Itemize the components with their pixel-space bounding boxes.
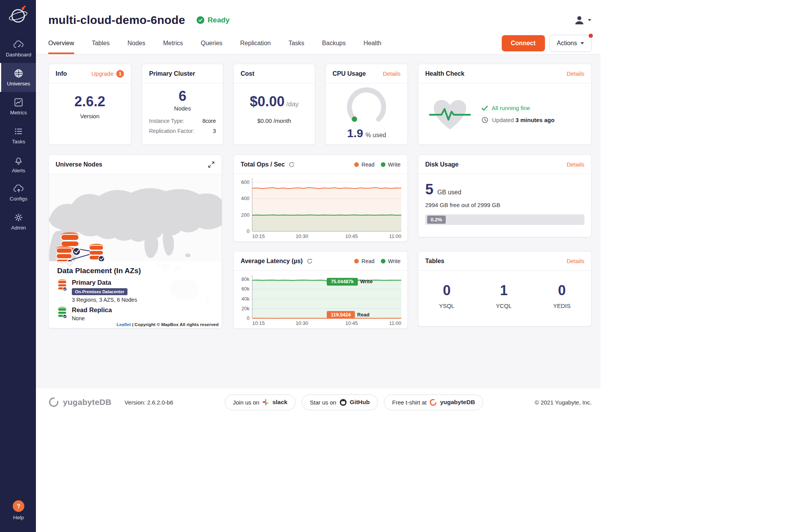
github-icon (339, 399, 347, 406)
total-ops-card: Total Ops / Sec Read Write 020040060010:… (233, 155, 408, 242)
sidebar-item-configs[interactable]: Configs (0, 179, 36, 207)
placement-title: Data Placement (In AZs) (57, 267, 213, 275)
universe-title-bar: multi-cloud-demo-6node Ready (36, 0, 601, 32)
sidebar-item-help[interactable]: Help (0, 495, 36, 526)
total-ops-chart[interactable]: 020040060010:1510:3010:4511:00 (236, 175, 405, 241)
health-check-card: Health Check Details All running fine Up… (418, 64, 592, 145)
health-status-row: All running fine (482, 105, 555, 111)
write-legend-dot (381, 259, 385, 263)
primary-data-label: Primary Data (72, 279, 137, 286)
cpu-details-link[interactable]: Details (383, 70, 401, 77)
slack-icon (262, 399, 269, 406)
status-check-icon (197, 16, 204, 24)
card-title: Universe Nodes (56, 161, 102, 168)
connect-button[interactable]: Connect (502, 35, 545, 51)
check-icon (482, 105, 488, 111)
tab-queries[interactable]: Queries (201, 32, 222, 54)
instance-type-row: Instance Type: 8core (149, 118, 216, 124)
svg-text:11:00: 11:00 (389, 320, 401, 326)
sidebar-item-admin[interactable]: Admin (0, 207, 36, 236)
tab-nodes[interactable]: Nodes (127, 32, 145, 54)
overview-content: Info Upgrade 1 2.6.2 Version Primary Clu… (36, 54, 601, 388)
primary-data-row: Primary Data On-Premises Datacenter 3 Re… (57, 279, 213, 303)
svg-text:119.5424: 119.5424 (331, 312, 351, 318)
tab-metrics[interactable]: Metrics (163, 32, 183, 54)
refresh-icon[interactable] (307, 258, 313, 264)
footer-brand-name: yugabyteDB (63, 398, 112, 407)
yugabyte-planet-logo[interactable] (7, 4, 29, 26)
sidebar-item-dashboard[interactable]: Dashboard (0, 35, 36, 63)
provider-badge: On-Premises Datacenter (72, 288, 127, 295)
metrics-chart-icon (14, 98, 23, 107)
chart-legend: Read Write (354, 161, 401, 168)
sidebar-item-label: Dashboard (6, 52, 31, 58)
leaflet-link[interactable]: Leaflet (117, 322, 131, 327)
refresh-icon[interactable] (289, 161, 295, 168)
sidebar-item-label: Metrics (10, 110, 27, 116)
ysql-count: 0 YSQL (439, 282, 455, 309)
copyright-text: © 2021 Yugabyte, Inc. (535, 399, 592, 406)
svg-text:10:15: 10:15 (252, 320, 265, 326)
footer: yugabyteDB Version: 2.6.2.0-b6 Join us o… (36, 388, 601, 416)
status-text: Ready (207, 16, 229, 24)
card-title: Health Check (425, 70, 464, 77)
yugabyte-footer-logo-icon (48, 397, 59, 408)
svg-text:10:45: 10:45 (345, 320, 358, 326)
world-map[interactable]: Data Placement (In AZs) (49, 174, 222, 328)
tasks-list-icon (14, 127, 23, 136)
cpu-usage-card: CPU Usage Details 1.9% used (325, 64, 408, 145)
slack-button[interactable]: Join us on slack (225, 394, 295, 410)
sidebar-item-universes[interactable]: Universes (0, 63, 36, 92)
svg-text:60k: 60k (241, 286, 250, 292)
tab-health[interactable]: Health (363, 32, 381, 54)
svg-text:10:30: 10:30 (295, 320, 308, 326)
sidebar-item-label: Admin (11, 225, 26, 231)
tab-overview[interactable]: Overview (48, 32, 74, 54)
legend-read[interactable]: Read (354, 258, 374, 264)
tab-backups[interactable]: Backups (322, 32, 346, 54)
sidebar-item-metrics[interactable]: Metrics (0, 92, 36, 121)
legend-write[interactable]: Write (381, 161, 401, 168)
github-button[interactable]: Star us on GitHub (302, 394, 378, 410)
user-menu[interactable] (574, 14, 592, 26)
svg-text:10:45: 10:45 (345, 233, 358, 239)
chevron-down-icon (580, 42, 584, 45)
health-details-link[interactable]: Details (567, 70, 584, 77)
sidebar-item-alerts[interactable]: Alerts (0, 150, 36, 179)
average-latency-card: Average Latency (µs) Read Write 020k40k6… (233, 251, 408, 329)
yedis-count: 0 YEDIS (553, 282, 570, 309)
tab-tables[interactable]: Tables (92, 32, 110, 54)
page-title: multi-cloud-demo-6node (48, 14, 185, 27)
sidebar-item-label: Alerts (12, 168, 25, 173)
svg-text:400: 400 (241, 195, 250, 201)
card-title: Average Latency (µs) (241, 258, 303, 265)
upgrade-link[interactable]: Upgrade 1 (91, 70, 124, 78)
svg-text:10:30: 10:30 (295, 233, 308, 239)
node-count: 6 (142, 88, 223, 104)
read-legend-dot (354, 162, 359, 167)
average-latency-chart[interactable]: 020k40k60k80k10:1510:3010:4511:0075.0448… (236, 272, 405, 328)
svg-text:40k: 40k (241, 296, 250, 302)
clock-icon (482, 117, 488, 123)
universe-globe-icon (14, 69, 23, 78)
sidebar-item-tasks[interactable]: Tasks (0, 121, 36, 150)
actions-label: Actions (557, 40, 577, 47)
read-replica-row: Read Replica None (57, 306, 213, 321)
tab-replication[interactable]: Replication (240, 32, 271, 54)
actions-dropdown-button[interactable]: Actions (550, 35, 592, 52)
sidebar-item-label: Configs (10, 196, 27, 202)
tshirt-button[interactable]: Free t-shirt at yugabyteDB (384, 394, 483, 410)
read-replica-value: None (72, 315, 112, 321)
tables-card: Tables Details 0 YSQL 1 YCQL 0 YEDIS (418, 251, 592, 326)
tab-tasks[interactable]: Tasks (289, 32, 304, 54)
disk-percent-chip: 0.2% (427, 216, 446, 224)
disk-details-link[interactable]: Details (567, 161, 584, 168)
footer-version: Version: 2.6.2.0-b6 (125, 399, 173, 406)
tables-details-link[interactable]: Details (567, 258, 584, 264)
legend-read[interactable]: Read (354, 161, 374, 168)
expand-icon[interactable] (208, 161, 215, 168)
cost-card: Cost $0.00 /day $0.00 /month (233, 64, 315, 145)
legend-write[interactable]: Write (381, 258, 401, 264)
svg-text:0: 0 (247, 228, 250, 234)
sidebar-item-label: Tasks (12, 139, 25, 144)
